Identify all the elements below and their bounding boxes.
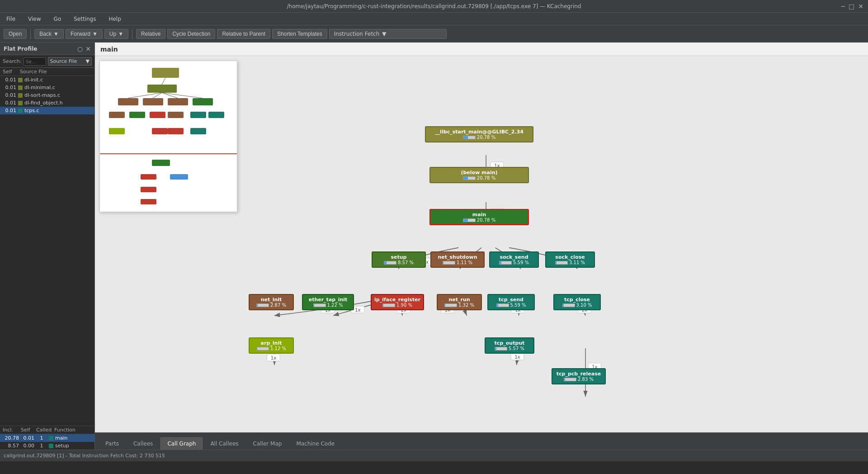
menu-view[interactable]: View [25, 15, 43, 23]
setup-func-name: setup [55, 443, 69, 449]
graph-container[interactable]: 1x 1x 1x 1x 1x 2x 1x [95, 56, 868, 432]
page-title: main [100, 46, 118, 53]
svg-rect-17 [109, 128, 125, 134]
svg-line-9 [162, 93, 178, 98]
node-ether-tap-init[interactable]: ether_tap_init 1.22 % [302, 294, 354, 310]
svg-text:1x: 1x [271, 355, 276, 360]
svg-rect-14 [168, 112, 184, 118]
main-incl: 20.78 [3, 435, 19, 441]
node-ether-tap-init-percent: 1.22 % [313, 303, 343, 308]
file-item-dl-find-object[interactable]: 0.01 dl-find_object.h [0, 99, 94, 107]
column-headers: Self Source File [0, 68, 94, 76]
svg-rect-12 [129, 112, 145, 118]
menu-go[interactable]: Go [51, 15, 64, 23]
tcps-color-icon [18, 109, 23, 113]
file-item-dl-minimal[interactable]: 0.01 dl-minimal.c [0, 84, 94, 91]
file-item-tcps[interactable]: 0.01 tcps.c [0, 107, 94, 114]
node-tcp-output[interactable]: tcp_output 5.57 % [485, 337, 534, 354]
svg-text:1x: 1x [355, 307, 360, 313]
forward-button[interactable]: Forward ▼ [66, 29, 103, 39]
svg-rect-4 [143, 98, 163, 105]
tab-machine-code[interactable]: Machine Code [289, 437, 341, 450]
tab-callees[interactable]: Callees [127, 437, 160, 450]
page-title-bar: main [95, 43, 868, 56]
node-libc-start-main[interactable]: __libc_start_main@@GLIBC_2.34 20.78 % [425, 126, 533, 142]
node-sock-send[interactable]: sock_send 5.59 % [489, 251, 539, 268]
tab-all-callees[interactable]: All Callees [203, 437, 245, 450]
node-below-main[interactable]: (below main) 20.78 % [429, 167, 529, 183]
node-net-init[interactable]: net_init 2.87 % [249, 294, 294, 310]
node-ip-iface-register[interactable]: ip_iface_register 1.90 % [371, 294, 424, 310]
window-title: /home/jaytau/Programming/c-rust-integrat… [287, 3, 581, 9]
instruction-fetch-dropdown[interactable]: Instruction Fetch ▼ [329, 29, 447, 39]
node-below-main-percent: 20.78 % [463, 175, 495, 180]
file-item-dl-sort-maps[interactable]: 0.01 dl-sort-maps.c [0, 91, 94, 99]
node-arp-init[interactable]: arp_init 1.12 % [249, 337, 294, 354]
node-tcp-close-label: tcp_close [564, 297, 590, 303]
menu-help[interactable]: Help [106, 15, 123, 23]
toolbar: Open Back ▼ Forward ▼ Up ▼ Relative Cycl… [0, 25, 868, 43]
relative-to-parent-button[interactable]: Relative to Parent [217, 29, 270, 39]
sidebar-close-icon[interactable]: ✕ [85, 45, 91, 52]
node-ether-tap-init-label: ether_tap_init [309, 297, 348, 303]
node-tcp-pcb-release[interactable]: tcp_pcb_release 2.83 % [552, 368, 606, 384]
node-net-shutdown-label: net_shutdown [438, 254, 477, 260]
cycle-detection-button[interactable]: Cycle Detection [167, 29, 215, 39]
svg-rect-59 [511, 353, 524, 360]
node-main-percent: 20.78 % [463, 218, 495, 223]
node-setup-label: setup [391, 254, 407, 260]
back-arrow-icon: ▼ [53, 31, 59, 37]
func-item-main[interactable]: 20.78 0.01 1 main [0, 434, 94, 442]
file-item-dl-init[interactable]: 0.01 dl-init.c [0, 76, 94, 84]
menu-file[interactable]: File [4, 15, 18, 23]
minimap-inner [100, 61, 237, 212]
func-item-setup[interactable]: 8.57 0.00 1 setup [0, 442, 94, 450]
svg-rect-16 [208, 112, 224, 118]
maximize-button[interactable]: □ [849, 3, 854, 10]
dl-minimal-name: dl-minimal.c [24, 85, 92, 90]
node-net-shutdown-percent: 1.11 % [443, 260, 472, 265]
tcps-val: 0.01 [3, 108, 16, 114]
menu-settings[interactable]: Settings [71, 15, 99, 23]
func-col-headers: Incl. Self Called Function [0, 426, 94, 434]
node-libc-start-main-percent: 20.78 % [463, 135, 495, 140]
search-input[interactable] [24, 57, 46, 66]
node-sock-close[interactable]: sock_close 3.11 % [545, 251, 595, 268]
svg-rect-11 [109, 112, 125, 118]
minimize-button[interactable]: ─ [841, 3, 845, 10]
dl-init-color-icon [18, 78, 23, 82]
node-setup[interactable]: setup 8.57 % [372, 251, 426, 268]
dl-find-object-color-icon [18, 101, 23, 105]
node-net-shutdown[interactable]: net_shutdown 1.11 % [430, 251, 485, 268]
self-column-header: Self [3, 69, 19, 75]
source-file-dropdown[interactable]: Source File ▼ [48, 57, 92, 66]
svg-rect-0 [152, 68, 179, 78]
sidebar-settings-icon[interactable]: ○ [77, 45, 83, 52]
main-color-icon [49, 436, 53, 441]
toolbar-separator-1 [30, 29, 31, 39]
open-button[interactable]: Open [4, 29, 27, 39]
tab-call-graph[interactable]: Call Graph [160, 437, 203, 450]
close-button[interactable]: ✕ [858, 3, 863, 10]
node-tcp-close[interactable]: tcp_close 3.10 % [553, 294, 601, 310]
node-ip-iface-register-label: ip_iface_register [374, 297, 420, 303]
search-bar: Search: Source File ▼ [0, 55, 94, 68]
node-sock-close-label: sock_close [555, 254, 585, 260]
up-button[interactable]: Up ▼ [104, 29, 128, 39]
node-net-run[interactable]: net_run 1.32 % [437, 294, 482, 310]
node-tcp-send[interactable]: tcp_send 5.59 % [487, 294, 535, 310]
dl-init-val: 0.01 [3, 77, 16, 83]
back-button[interactable]: Back ▼ [34, 29, 64, 39]
shorten-templates-button[interactable]: Shorten Templates [272, 29, 327, 39]
node-main[interactable]: main 20.78 % [429, 209, 529, 225]
forward-arrow-icon: ▼ [92, 31, 98, 37]
main-func-name: main [55, 435, 67, 441]
relative-button[interactable]: Relative [136, 29, 165, 39]
node-sock-send-label: sock_send [500, 254, 528, 260]
tab-parts[interactable]: Parts [99, 437, 126, 450]
tab-caller-map[interactable]: Caller Map [246, 437, 289, 450]
minimap [99, 61, 237, 212]
forward-label: Forward [71, 31, 90, 37]
content-area: main [95, 43, 868, 450]
node-net-init-percent: 2.87 % [256, 303, 286, 308]
